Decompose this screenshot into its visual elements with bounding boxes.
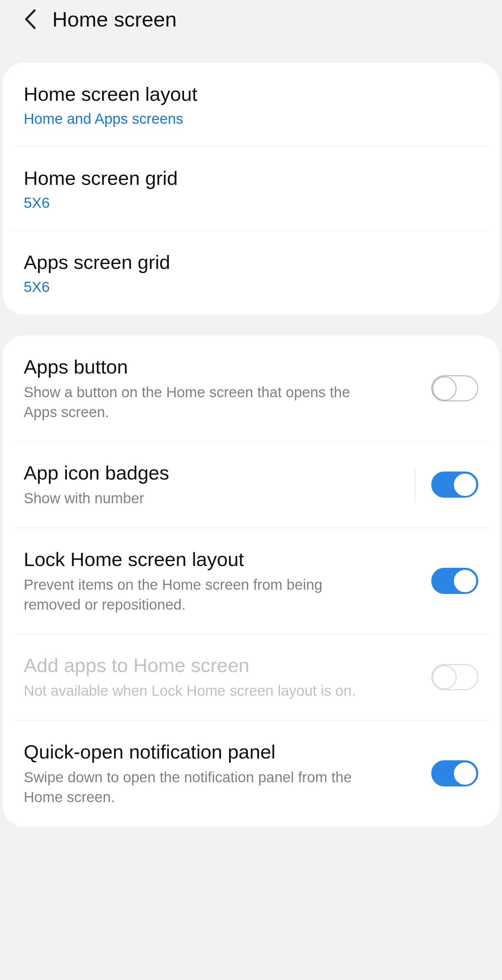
item-title: Apps button [24,355,419,379]
item-title: Apps screen grid [24,250,468,274]
item-desc: Not available when Lock Home screen layo… [24,681,372,701]
header: Home screen [0,0,502,63]
page-title: Home screen [52,7,177,32]
apps-screen-grid-item[interactable]: Apps screen grid 5X6 [3,231,499,315]
item-value: Home and Apps screens [24,111,468,127]
quick-open-notification-panel-item[interactable]: Quick-open notification panel Swipe down… [3,721,499,826]
lock-home-screen-layout-item[interactable]: Lock Home screen layout Prevent items on… [3,528,499,634]
item-title: Lock Home screen layout [24,547,419,572]
item-title: Home screen layout [24,82,468,107]
settings-group-toggles: Apps button Show a button on the Home sc… [3,336,499,827]
item-desc: Show a button on the Home screen that op… [24,383,372,422]
item-desc: Show with number [24,488,372,509]
separator-bar [415,467,416,502]
add-apps-to-home-screen-item: Add apps to Home screen Not available wh… [3,634,499,720]
back-button[interactable] [17,7,42,32]
item-value: 5X6 [24,278,468,295]
item-title: Home screen grid [24,166,468,191]
item-desc: Swipe down to open the notification pane… [24,768,372,807]
add-apps-to-home-screen-toggle [429,662,478,693]
back-icon [23,9,36,29]
lock-home-screen-layout-toggle[interactable] [429,565,478,597]
app-icon-badges-toggle[interactable] [429,469,478,501]
item-desc: Prevent items on the Home screen from be… [24,575,372,614]
quick-open-notification-panel-toggle[interactable] [429,758,478,789]
item-title: Add apps to Home screen [24,653,419,678]
item-title: App icon badges [24,461,404,485]
app-icon-badges-item[interactable]: App icon badges Show with number [3,442,499,528]
apps-button-item[interactable]: Apps button Show a button on the Home sc… [3,336,499,441]
home-screen-layout-item[interactable]: Home screen layout Home and Apps screens [3,63,499,146]
home-screen-grid-item[interactable]: Home screen grid 5X6 [3,147,499,231]
apps-button-toggle[interactable] [429,373,478,404]
settings-group-layout: Home screen layout Home and Apps screens… [3,63,499,315]
item-title: Quick-open notification panel [24,740,419,764]
item-value: 5X6 [24,195,468,212]
